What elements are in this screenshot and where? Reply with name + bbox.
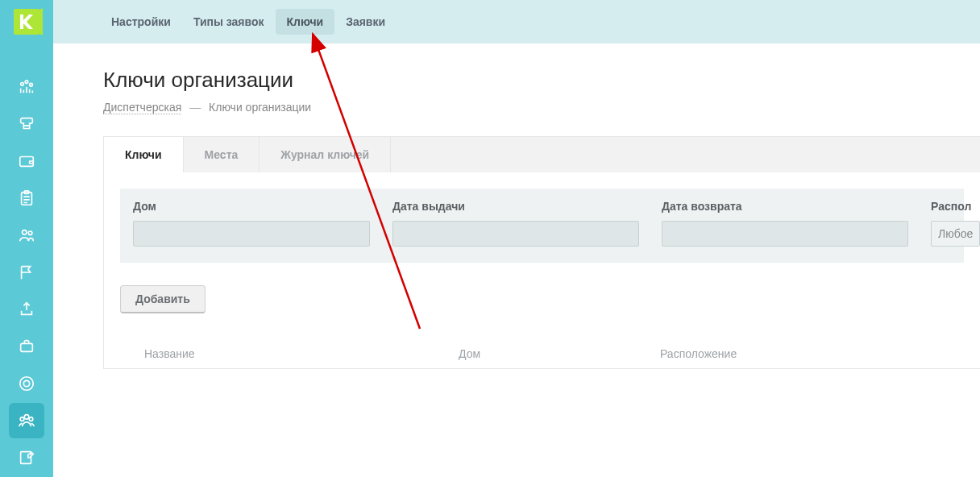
th-location: Расположение <box>660 347 821 360</box>
content-tab-places[interactable]: Места <box>184 137 260 172</box>
tab-requests[interactable]: Заявки <box>334 9 397 35</box>
wallet-icon <box>18 152 35 170</box>
sidebar-item-clipboard[interactable] <box>9 180 44 216</box>
breadcrumb-sep: — <box>189 101 201 114</box>
page-title: Ключи организации <box>103 68 980 93</box>
filter-location: Распол Любое <box>931 200 980 247</box>
tab-keys[interactable]: Ключи <box>276 9 335 35</box>
sidebar-item-edit[interactable] <box>9 440 44 475</box>
breadcrumb-root[interactable]: Диспетчерская <box>103 101 181 114</box>
phone-icon <box>18 115 35 133</box>
add-button-row: Добавить <box>120 285 964 313</box>
svg-point-14 <box>29 417 33 421</box>
logo[interactable] <box>0 0 53 44</box>
tab-settings[interactable]: Настройки <box>100 9 182 35</box>
th-name: Название <box>144 347 459 360</box>
filter-issue-date-label: Дата выдачи <box>392 200 639 213</box>
svg-point-3 <box>30 83 33 86</box>
sidebar <box>0 0 53 477</box>
add-button[interactable]: Добавить <box>120 285 206 313</box>
filter-location-select[interactable]: Любое <box>931 221 980 247</box>
filter-issue-date-input[interactable] <box>392 221 639 247</box>
breadcrumb: Диспетчерская — Ключи организации <box>103 101 980 114</box>
filter-issue-date: Дата выдачи <box>392 200 639 247</box>
filter-house-label: Дом <box>133 200 370 213</box>
sidebar-item-users[interactable] <box>9 218 44 253</box>
sidebar-nav <box>0 69 53 477</box>
breadcrumb-current: Ключи организации <box>209 101 311 114</box>
svg-point-2 <box>25 81 28 84</box>
filter-location-label: Распол <box>931 200 980 213</box>
svg-point-8 <box>28 231 32 235</box>
filter-return-date: Дата возврата <box>662 200 908 247</box>
clipboard-icon <box>18 189 35 207</box>
stats-icon <box>18 78 35 96</box>
svg-point-10 <box>20 377 34 391</box>
filter-bar: Дом Дата выдачи Дата возврата Распол Люб… <box>120 189 964 263</box>
tab-request-types[interactable]: Типы заявок <box>182 9 276 35</box>
filter-house-input[interactable] <box>133 221 370 247</box>
briefcase-icon <box>18 338 35 355</box>
svg-point-7 <box>23 230 27 235</box>
edit-icon <box>18 449 35 467</box>
svg-rect-9 <box>21 343 33 351</box>
content-tab-keys[interactable]: Ключи <box>104 137 184 172</box>
users-icon <box>18 226 35 244</box>
content-card: Ключи Места Журнал ключей Дом Дата выдач… <box>103 136 980 369</box>
sidebar-item-group[interactable] <box>9 403 44 438</box>
svg-point-1 <box>21 83 24 86</box>
flag-icon <box>18 263 35 281</box>
sidebar-item-wallet[interactable] <box>9 143 44 179</box>
coin-icon <box>18 375 35 392</box>
svg-point-12 <box>24 415 29 420</box>
top-tabs: Настройки Типы заявок Ключи Заявки <box>53 0 980 44</box>
sidebar-item-flag[interactable] <box>9 255 44 290</box>
sidebar-item-phone[interactable] <box>9 106 44 142</box>
content-tab-journal[interactable]: Журнал ключей <box>260 137 391 172</box>
svg-point-13 <box>20 417 24 421</box>
th-house: Дом <box>459 347 660 360</box>
sidebar-item-upload[interactable] <box>9 292 44 327</box>
svg-point-11 <box>23 380 29 386</box>
upload-icon <box>18 301 35 318</box>
table-header: Название Дом Расположение <box>120 347 964 368</box>
sidebar-item-coin[interactable] <box>9 366 44 401</box>
sidebar-item-stats[interactable] <box>9 69 44 105</box>
content-tabs: Ключи Места Журнал ключей <box>104 137 980 172</box>
group-icon <box>18 412 35 429</box>
filter-return-date-label: Дата возврата <box>662 200 908 213</box>
main-content: Ключи организации Диспетчерская — Ключи … <box>53 44 980 477</box>
sidebar-item-briefcase[interactable] <box>9 329 44 364</box>
filter-return-date-input[interactable] <box>662 221 908 247</box>
logo-icon <box>9 4 44 39</box>
filter-house: Дом <box>133 200 370 247</box>
